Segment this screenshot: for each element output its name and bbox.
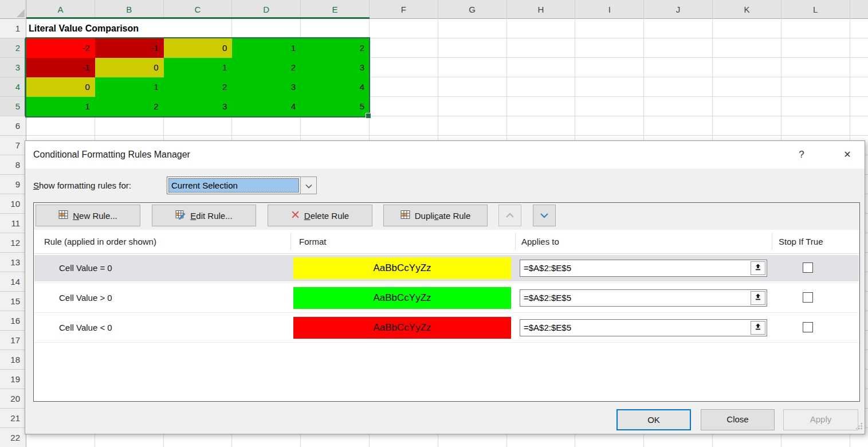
row-header-7[interactable]: 7 xyxy=(0,136,26,155)
row-separator xyxy=(34,283,859,283)
row-header-6[interactable]: 6 xyxy=(0,116,26,136)
applies-to-value: =$A$2:$E$5 xyxy=(524,263,571,273)
row-header-14[interactable]: 14 xyxy=(0,272,26,292)
show-formatting-rules-label: Show formatting rules for: xyxy=(33,177,131,194)
row-header-16[interactable]: 16 xyxy=(0,311,26,331)
row-header-9[interactable]: 9 xyxy=(0,175,26,194)
row-header-1[interactable]: 1 xyxy=(0,19,26,38)
column-header-B[interactable]: B xyxy=(95,0,164,19)
collapse-dialog-arrow-icon xyxy=(754,260,762,276)
row-header-12[interactable]: 12 xyxy=(0,233,26,253)
help-button[interactable]: ? xyxy=(793,141,810,168)
duplicate-rule-label: Duplicate Rule xyxy=(415,211,471,221)
chevron-down-icon xyxy=(305,181,312,191)
column-header-F[interactable]: F xyxy=(370,0,438,19)
format-preview: AaBbCcYyZz xyxy=(293,317,511,339)
duplicate-rule-button[interactable]: Duplicate Rule xyxy=(383,205,488,226)
collapse-dialog-arrow-icon xyxy=(754,320,762,336)
column-header-A[interactable]: A xyxy=(26,0,95,19)
header-rule: Rule (applied in order shown) xyxy=(44,230,156,253)
row-header-15[interactable]: 15 xyxy=(0,292,26,311)
applies-to-field[interactable]: =$A$2:$E$5 xyxy=(520,260,767,277)
range-picker-button[interactable] xyxy=(751,261,765,275)
close-button[interactable]: Close xyxy=(701,409,775,430)
apply-button[interactable]: Apply xyxy=(783,409,858,430)
header-applies-to: Applies to xyxy=(521,230,559,253)
column-header-J[interactable]: J xyxy=(644,0,713,19)
row-header-2[interactable]: 2 xyxy=(0,38,26,58)
resize-grip-icon[interactable] xyxy=(855,422,863,432)
chevron-up-icon xyxy=(505,210,514,221)
red-x-icon xyxy=(291,210,300,221)
row-header-11[interactable]: 11 xyxy=(0,214,26,233)
applies-to-field[interactable]: =$A$2:$E$5 xyxy=(520,319,767,336)
rules-list-header: Rule (applied in order shown) Format App… xyxy=(34,230,859,254)
close-icon[interactable]: ✕ xyxy=(838,141,857,168)
delete-rule-label: Delete Rule xyxy=(304,211,349,221)
new-rule-button[interactable]: New Rule... xyxy=(36,205,140,226)
row-header-21[interactable]: 21 xyxy=(0,409,26,428)
row-header-18[interactable]: 18 xyxy=(0,350,26,370)
grid-table-icon xyxy=(400,210,410,221)
row-header-5[interactable]: 5 xyxy=(0,97,26,116)
header-divider xyxy=(290,233,291,250)
grid-table-icon xyxy=(58,210,68,221)
column-header-L[interactable]: L xyxy=(781,0,850,19)
row-header-17[interactable]: 17 xyxy=(0,331,26,350)
header-divider xyxy=(515,233,516,250)
row-separator xyxy=(34,312,859,313)
select-all-corner[interactable] xyxy=(0,0,26,19)
column-header-E[interactable]: E xyxy=(301,0,370,19)
combo-selected-value: Current Selection xyxy=(168,178,299,193)
dialog-titlebar[interactable]: Conditional Formatting Rules Manager ? ✕ xyxy=(25,141,865,168)
stop-if-true-checkbox[interactable] xyxy=(803,292,813,303)
collapse-dialog-arrow-icon xyxy=(754,290,762,306)
applies-to-value: =$A$2:$E$5 xyxy=(524,293,571,303)
rule-name: Cell Value = 0 xyxy=(59,255,112,281)
grid-pencil-icon xyxy=(175,210,186,221)
cell-A1-title[interactable]: Literal Value Comparison xyxy=(29,19,139,38)
edit-rule-button[interactable]: Edit Rule... xyxy=(152,205,256,226)
move-rule-down-button[interactable] xyxy=(533,205,556,226)
rule-row-cell-value-greater-0[interactable]: Cell Value > 0 AaBbCcYyZz =$A$2:$E$5 xyxy=(34,285,859,311)
rule-name: Cell Value < 0 xyxy=(59,315,112,341)
row-header-10[interactable]: 10 xyxy=(0,194,26,214)
applies-to-field[interactable]: =$A$2:$E$5 xyxy=(520,289,767,307)
row-header-22[interactable]: 22 xyxy=(0,428,26,447)
delete-rule-button[interactable]: Delete Rule xyxy=(268,205,372,226)
row-separator xyxy=(34,342,859,343)
header-divider xyxy=(772,233,772,250)
row-header-20[interactable]: 20 xyxy=(0,389,26,409)
move-rule-up-button[interactable] xyxy=(498,205,521,226)
conditional-formatting-rules-manager-dialog: Conditional Formatting Rules Manager ? ✕… xyxy=(25,140,865,434)
rules-toolbar: New Rule... Edit Rule... Delete Rule Dup… xyxy=(34,203,859,230)
show-label-accelerator: S xyxy=(33,181,39,190)
row-header-4[interactable]: 4 xyxy=(0,77,26,97)
dialog-title: Conditional Formatting Rules Manager xyxy=(33,141,190,168)
column-header-I[interactable]: I xyxy=(575,0,644,19)
rule-row-cell-value-equals-0[interactable]: Cell Value = 0 AaBbCcYyZz =$A$2:$E$5 xyxy=(34,255,859,281)
range-picker-button[interactable] xyxy=(751,291,765,305)
stop-if-true-checkbox[interactable] xyxy=(803,322,813,332)
combo-dropdown-button[interactable] xyxy=(300,177,317,194)
column-header-C[interactable]: C xyxy=(164,0,233,19)
edit-rule-label: Edit Rule... xyxy=(190,211,232,221)
chevron-down-icon xyxy=(540,210,549,221)
column-header-G[interactable]: G xyxy=(438,0,507,19)
row-header-8[interactable]: 8 xyxy=(0,155,26,175)
row-header-3[interactable]: 3 xyxy=(0,58,26,77)
ok-button[interactable]: OK xyxy=(616,409,691,430)
column-header-K[interactable]: K xyxy=(713,0,781,19)
rule-row-cell-value-less-0[interactable]: Cell Value < 0 AaBbCcYyZz =$A$2:$E$5 xyxy=(34,315,859,341)
column-header-D[interactable]: D xyxy=(232,0,301,19)
column-header-H[interactable]: H xyxy=(507,0,576,19)
row-header-19[interactable]: 19 xyxy=(0,370,26,389)
row-header-13[interactable]: 13 xyxy=(0,253,26,272)
header-format: Format xyxy=(299,230,327,253)
range-picker-button[interactable] xyxy=(751,321,765,335)
format-preview: AaBbCcYyZz xyxy=(293,257,511,279)
show-rules-combobox[interactable]: Current Selection xyxy=(167,177,301,194)
fill-handle[interactable] xyxy=(366,113,371,119)
stop-if-true-checkbox[interactable] xyxy=(803,262,813,273)
applies-to-value: =$A$2:$E$5 xyxy=(524,323,571,332)
